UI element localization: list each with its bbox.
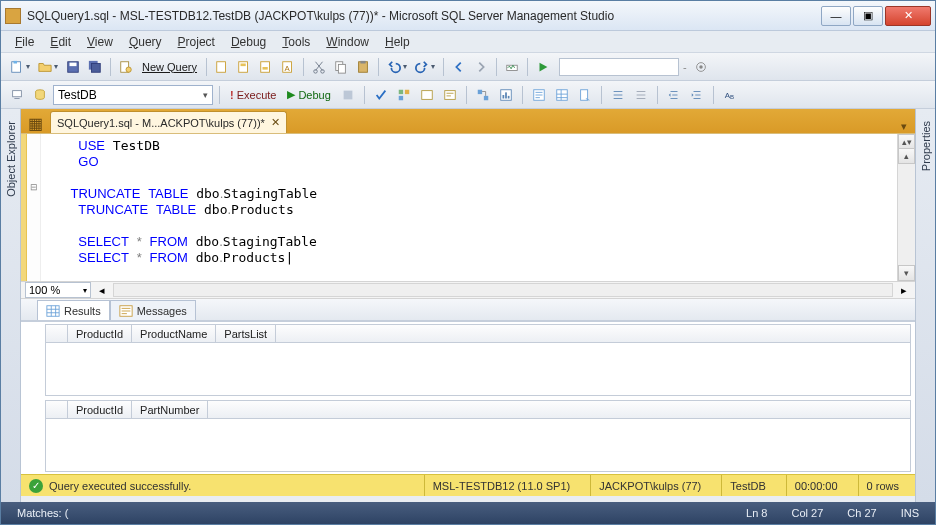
maximize-button[interactable]: ▣ — [853, 6, 883, 26]
row-selector[interactable] — [46, 401, 68, 418]
change-conn-button[interactable] — [7, 85, 27, 105]
success-icon: ✓ — [29, 479, 43, 493]
document-tab-close[interactable]: ✕ — [271, 116, 280, 129]
row-selector[interactable] — [46, 325, 68, 342]
col-header[interactable]: ProductName — [132, 325, 216, 342]
close-button[interactable]: ✕ — [885, 6, 931, 26]
file-tab-icon[interactable]: ▦ — [25, 113, 46, 133]
nav-fwd-button[interactable] — [471, 57, 491, 77]
outline-margin[interactable]: ⊟ — [27, 134, 41, 281]
tb-icon-2[interactable] — [234, 57, 254, 77]
new-project-button[interactable] — [7, 57, 33, 77]
open-button[interactable] — [35, 57, 61, 77]
properties-tab[interactable]: Properties — [915, 109, 935, 502]
menu-view[interactable]: View — [81, 33, 119, 51]
actual-plan-button[interactable] — [473, 85, 493, 105]
scroll-up-icon[interactable]: ▴ — [898, 148, 915, 164]
debug-button[interactable]: ▶ Debug — [283, 85, 334, 105]
menu-edit[interactable]: Edit — [44, 33, 77, 51]
new-query-button[interactable]: New Query — [138, 61, 201, 73]
svg-rect-30 — [422, 90, 433, 99]
parse-button[interactable] — [371, 85, 391, 105]
editor-vertical-scrollbar[interactable]: ▴▾ ▴ ▾ — [897, 134, 915, 281]
col-header[interactable]: ProductId — [68, 401, 132, 418]
query-options-button[interactable] — [417, 85, 437, 105]
redo-button[interactable] — [412, 57, 438, 77]
tb-gear-button[interactable] — [691, 57, 711, 77]
results-file-button[interactable] — [575, 85, 595, 105]
menu-file[interactable]: File — [9, 33, 40, 51]
menu-window[interactable]: Window — [320, 33, 375, 51]
document-tab-label: SQLQuery1.sql - M...ACKPOT\kulps (77))* — [57, 117, 265, 129]
copy-button[interactable] — [331, 57, 351, 77]
app-status-bar: Matches: ( Ln 8 Col 27 Ch 27 INS — [1, 502, 935, 524]
database-combo[interactable]: TestDB ▾ — [53, 85, 213, 105]
svg-rect-18 — [338, 64, 345, 73]
col-header[interactable]: PartsList — [216, 325, 276, 342]
status-db: TestDB — [721, 475, 773, 496]
estimated-plan-button[interactable] — [394, 85, 414, 105]
svg-rect-10 — [241, 63, 246, 66]
svg-rect-27 — [399, 89, 403, 93]
tab-messages[interactable]: Messages — [110, 300, 196, 320]
tb-icon-1[interactable] — [212, 57, 232, 77]
menu-tools[interactable]: Tools — [276, 33, 316, 51]
col-header[interactable]: ProductId — [68, 325, 132, 342]
results-grid-1[interactable]: ProductId ProductName PartsList — [45, 324, 911, 396]
menu-query[interactable]: Query — [123, 33, 168, 51]
editor-footer: 100 %▾ ◂ ▸ — [21, 281, 915, 299]
menu-project[interactable]: Project — [172, 33, 221, 51]
toolbar-main: New Query A - — [1, 53, 935, 81]
save-all-button[interactable] — [85, 57, 105, 77]
menu-help[interactable]: Help — [379, 33, 416, 51]
tb-icon-4[interactable]: A — [278, 57, 298, 77]
start-button[interactable] — [533, 57, 553, 77]
app-icon — [5, 8, 21, 24]
minimize-button[interactable]: — — [821, 6, 851, 26]
document-tab[interactable]: SQLQuery1.sql - M...ACKPOT\kulps (77))* … — [50, 111, 287, 133]
menu-debug[interactable]: Debug — [225, 33, 272, 51]
tb-icon-3[interactable] — [256, 57, 276, 77]
intellisense-button[interactable] — [440, 85, 460, 105]
activity-button[interactable] — [502, 57, 522, 77]
outdent-button[interactable] — [687, 85, 707, 105]
tab-results[interactable]: Results — [37, 300, 110, 320]
grid-body — [46, 343, 910, 395]
paste-button[interactable] — [353, 57, 373, 77]
code-editor[interactable]: ⊟ USE TestDB GO TRUNCATE TABLE dbo.Stagi… — [21, 133, 915, 281]
cut-button[interactable] — [309, 57, 329, 77]
grid-body — [46, 419, 910, 471]
new-query-icon[interactable] — [116, 57, 136, 77]
document-tab-overflow[interactable]: ▾ — [897, 120, 911, 133]
hscroll-left-icon[interactable]: ◂ — [95, 280, 109, 300]
code-text[interactable]: USE TestDB GO TRUNCATE TABLE dbo.Staging… — [41, 134, 897, 281]
results-grid-button[interactable] — [552, 85, 572, 105]
zoom-combo[interactable]: 100 %▾ — [25, 282, 91, 298]
object-explorer-tab[interactable]: Object Explorer — [1, 109, 21, 502]
specify-values-button[interactable]: AB — [720, 85, 740, 105]
config-combo[interactable] — [559, 58, 679, 76]
execute-button[interactable]: ! Execute — [226, 85, 280, 105]
avail-db-button[interactable] — [30, 85, 50, 105]
svg-rect-33 — [484, 95, 488, 99]
col-header[interactable]: PartNumber — [132, 401, 208, 418]
comment-button[interactable] — [608, 85, 628, 105]
results-grid-2[interactable]: ProductId PartNumber — [45, 400, 911, 472]
uncomment-button[interactable] — [631, 85, 651, 105]
client-stats-button[interactable] — [496, 85, 516, 105]
indent-button[interactable] — [664, 85, 684, 105]
scroll-down-icon[interactable]: ▾ — [898, 265, 915, 281]
cancel-exec-button[interactable] — [338, 85, 358, 105]
properties-label: Properties — [918, 117, 934, 175]
svg-rect-9 — [239, 61, 248, 72]
main-area: Object Explorer ▦ SQLQuery1.sql - M...AC… — [1, 109, 935, 502]
svg-text:A: A — [285, 63, 291, 72]
status-server: MSL-TESTDB12 (11.0 SP1) — [424, 475, 579, 496]
hscroll-right-icon[interactable]: ▸ — [897, 280, 911, 300]
svg-text:B: B — [730, 93, 734, 100]
editor-horizontal-scrollbar[interactable] — [113, 283, 893, 297]
undo-button[interactable] — [384, 57, 410, 77]
nav-back-button[interactable] — [449, 57, 469, 77]
results-text-button[interactable] — [529, 85, 549, 105]
save-button[interactable] — [63, 57, 83, 77]
